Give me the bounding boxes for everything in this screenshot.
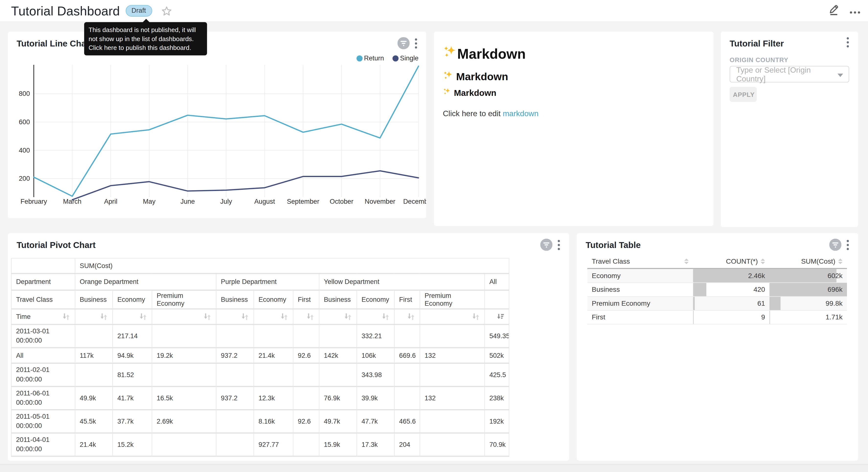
column-header[interactable]: COUNT(*) [693,255,770,268]
kebab-menu-icon[interactable] [846,37,849,50]
pivot-cell [152,363,216,386]
pivot-cell: 92.6 [293,410,319,433]
pivot-class-header: First [394,290,420,309]
pivot-group-header: Purple Department [216,273,319,290]
kebab-menu-icon[interactable] [846,239,849,252]
pivot-cell [293,433,319,456]
pivot-cell: 76.9k [319,386,357,410]
pivot-class-header: Economy [254,290,293,309]
pivot-class-header: Business [216,290,254,309]
chevron-down-icon [837,73,843,77]
pivot-row-label: All [11,348,75,363]
page-title: Tutorial Dashboard [11,0,120,22]
sparkles-icon [443,45,457,62]
sort-toggle-icon[interactable] [100,313,108,321]
pivot-cell: 49.9k [75,386,113,410]
cross-filter-badge-icon[interactable] [398,37,410,52]
pivot-cell [293,386,319,410]
sort-toggle-icon[interactable] [407,313,415,321]
sort-toggle-icon[interactable] [62,313,70,321]
pivot-cell: 94.9k [113,348,152,363]
sort-toggle-icon[interactable] [344,313,352,321]
svg-text:December: December [403,198,426,205]
select-placeholder: Type or Select [Origin Country] [736,65,834,83]
svg-text:November: November [365,198,395,205]
pivot-sort-header [254,309,293,324]
pivot-cell [394,386,420,410]
pivot-axis-label: Travel Class [11,290,75,309]
pivot-cell: 204 [394,433,420,456]
table-title: Tutorial Table [586,240,641,250]
dashboard-header: Tutorial Dashboard Draft [0,0,868,22]
pivot-group-header: Orange Department [75,273,216,290]
sort-toggle-icon[interactable] [280,313,288,321]
pivot-group-header: All [485,273,509,290]
table-cell: Economy [587,268,693,283]
sort-desc-active-icon[interactable] [497,313,504,321]
pivot-cell [75,363,113,386]
sort-toggle-icon[interactable] [472,313,480,321]
pivot-class-header: Economy [113,290,152,309]
pivot-chart-card: Tutorial Pivot Chart SUM(Cost)Department… [8,233,569,461]
horizontal-scrollbar-track[interactable] [0,464,868,472]
markdown-card: Markdown Markdown Markdown Click here to… [434,32,713,226]
sort-toggle-icon[interactable] [203,313,212,321]
edit-pencil-icon[interactable] [828,4,840,18]
results-table: Travel ClassCOUNT(*)SUM(Cost)Economy2.46… [587,255,847,324]
pivot-class-header: First [293,290,319,309]
pivot-group-header: Yellow Department [319,273,485,290]
sort-toggle-icon[interactable] [241,313,249,321]
sort-toggle-icon[interactable] [139,313,147,321]
table-cell: 99.8k [770,296,847,311]
svg-text:600: 600 [19,118,30,126]
sort-toggle-icon[interactable] [306,313,314,321]
markdown-edit-link[interactable]: markdown [503,109,538,118]
pivot-axis-label: Department [11,273,75,290]
pivot-cell [319,325,357,348]
more-options-icon[interactable] [850,6,860,16]
apply-button[interactable]: APPLY [730,87,757,102]
column-header[interactable]: Travel Class [587,255,693,268]
cell-bar [693,283,706,296]
pivot-class-header: Premium Economy [152,290,216,309]
pivot-cell [420,363,485,386]
pivot-measure-header: SUM(Cost) [75,258,509,273]
origin-country-select[interactable]: Type or Select [Origin Country] [730,66,849,82]
sparkles-icon [443,70,453,84]
pivot-sort-header [75,309,113,324]
pivot-cell [394,363,420,386]
pivot-class-header: Premium Economy [420,290,485,309]
kebab-menu-icon[interactable] [557,239,560,252]
cell-bar [693,311,693,324]
filter-card: Tutorial Filter ORIGIN COUNTRY Type or S… [721,32,858,227]
pivot-sort-header [394,309,420,324]
pivot-cell [420,325,485,348]
cross-filter-badge-icon[interactable] [829,239,842,253]
pivot-cell: 132 [420,386,485,410]
pivot-cell: 217.14 [113,325,152,348]
pivot-time-header: Time [11,309,75,324]
svg-text:400: 400 [19,147,30,154]
line-chart-canvas[interactable]: 200400600800FebruaryMarchAprilMayJuneJul… [8,59,427,211]
table-cell: 602k [770,268,847,283]
pivot-cell: 238k [485,386,509,410]
pivot-cell: 142k [319,348,357,363]
favorite-star-icon[interactable] [161,6,172,16]
pivot-cell: 425.5 [485,363,509,386]
markdown-h3: Markdown [443,88,496,98]
kebab-menu-icon[interactable] [415,38,417,51]
pivot-cell: 502k [485,348,509,363]
table-cell: Business [587,283,693,297]
column-header[interactable]: SUM(Cost) [770,255,847,268]
pivot-cell [293,363,319,386]
publish-tooltip: This dashboard is not published, it will… [84,22,207,56]
cell-bar [770,297,780,310]
pivot-cell [254,363,293,386]
pivot-row-label: 2011-03-01 00:00:00 [11,325,75,348]
chart-title: Tutorial Line Chart [17,39,92,49]
status-badge[interactable]: Draft [125,5,152,17]
sort-caret-icon [838,259,843,264]
pivot-cell [75,325,113,348]
sort-toggle-icon[interactable] [381,313,390,321]
cross-filter-badge-icon[interactable] [540,239,553,253]
